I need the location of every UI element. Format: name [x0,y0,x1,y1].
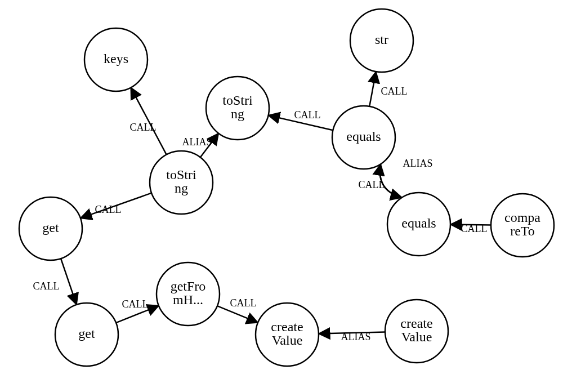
node-get1: get [19,197,82,260]
edge-label-e3: CALL [294,109,321,121]
edge-label-e11: CALL [230,297,257,309]
edge-e1 [131,87,166,154]
edge-label-e2: ALIAS [182,136,212,148]
svg-text:keys: keys [104,51,128,66]
edge-label-e4: CALL [381,86,408,97]
svg-text:createValue: createValue [271,319,303,348]
edge-label-e9: CALL [33,280,60,292]
edge-label-e5: ALIAS [403,158,433,169]
node-get2: get [55,303,118,366]
node-compareTo: compareTo [491,194,554,257]
svg-text:getFromH...: getFromH... [171,279,206,307]
svg-text:get: get [78,326,95,341]
node-getFromH: getFromH... [157,262,220,326]
edge-e4 [369,72,376,106]
svg-text:str: str [375,32,388,47]
node-toString2: toString [150,151,213,214]
edge-label-e8: CALL [95,204,122,215]
node-equals2: equals [387,193,450,256]
node-equals1: equals [332,106,395,169]
edge-label-e1: CALL [130,122,157,133]
svg-text:get: get [42,220,59,235]
edge-e9 [61,259,77,305]
edge-label-e7: CALL [461,223,488,234]
node-toString1: toString [206,77,269,140]
edge-label-e6: CALL [359,179,385,190]
node-str: str [350,9,413,72]
edge-label-e10: CALL [122,299,149,310]
graph-diagram: keysstrtoStringequalstoStringequalscompa… [0,0,563,392]
svg-text:equals: equals [346,129,381,144]
node-createValue1: createValue [256,303,319,366]
svg-text:createValue: createValue [400,316,432,344]
svg-text:equals: equals [401,216,436,230]
node-keys: keys [84,28,148,91]
edge-label-e12: ALIAS [341,331,371,342]
node-createValue2: createValue [385,300,448,363]
